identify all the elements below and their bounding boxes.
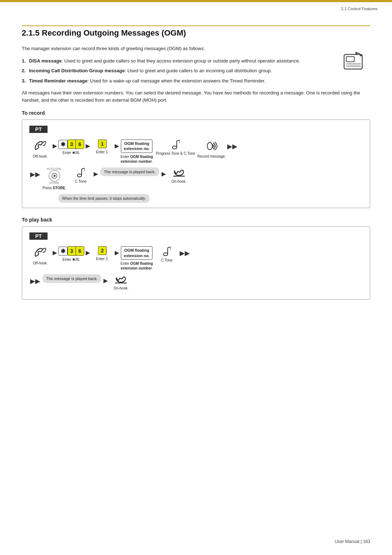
footer: User Manual | 163 (335, 539, 370, 544)
ogm-box-pb: OGM floating extension no. (121, 246, 152, 260)
svg-point-5 (360, 54, 362, 56)
to-record-diagram: PT Off-hook. ▶ ✱ 3 6 (22, 119, 370, 208)
header-section: 2.1 Control Features (341, 7, 377, 11)
arrow-1: ▶ (53, 139, 57, 149)
ctone-note-cell-pb: C.Tone (156, 246, 177, 263)
key-6: 6 (76, 140, 84, 149)
pt-header-record: PT (29, 126, 48, 133)
progress-tone-label: Progress Tone & C.Tone (156, 151, 195, 156)
offhook-label: Off-hook. (33, 154, 48, 159)
offhook-cell-pb: Off-hook. (29, 246, 51, 266)
onhook-cell-record: On-hook. (168, 167, 190, 184)
bullet-3-num: 3. (22, 77, 26, 85)
ctone-label-pb: C.Tone (161, 258, 173, 263)
svg-point-10 (207, 142, 212, 150)
svg-line-8 (177, 140, 180, 141)
key-36-group: 3 6 (68, 139, 84, 149)
bullet-2-num: 2. (22, 67, 26, 74)
ogm-label1: OGM floating (124, 141, 149, 146)
ogm-label2-pb: extension no. (124, 254, 150, 258)
offhook-icon (33, 139, 47, 153)
pt-header-playback: PT (29, 232, 48, 240)
intro-text: The manager extension can record three k… (22, 45, 370, 52)
key-3: 3 (68, 140, 76, 149)
enter-2-label: Enter 2. (96, 256, 109, 261)
ctone-cell: C.Tone (70, 167, 91, 184)
enter-ogm-label: Enter OGM floatingextension number. (121, 154, 153, 164)
arrow-5: ▶ (162, 167, 166, 177)
bullet-2: 2. Incoming Call Distribution Group mess… (22, 67, 370, 74)
double-arrow-pb-1: ▶▶ (180, 246, 190, 257)
double-arrow-2: ▶▶ (30, 167, 40, 178)
svg-point-6 (172, 146, 177, 149)
bullet-1-num: 1. (22, 57, 26, 65)
key-6-pb: 6 (76, 247, 84, 255)
page-title: 2.1.5 Recording Outgoing Messages (OGM) (22, 28, 370, 38)
autodial-svg (51, 173, 58, 179)
bullet-3: 3. Timed Reminder message: Used for a wa… (22, 77, 370, 85)
note-area: When the time limit passes, it stops aut… (58, 194, 363, 203)
bullet-1-bold: DISA message (29, 58, 62, 64)
playback-row-1: Off-hook. ▶ ✱ 3 6 Enter ✱36. ▶ 2 Enter 2… (29, 246, 363, 271)
enter-1-label: Enter 1. (96, 150, 109, 154)
message-balloon-cell: The message is played back. (100, 167, 159, 176)
star-key: ✱ (58, 140, 68, 149)
music-note-icon (172, 139, 180, 150)
store-text: STORE (49, 182, 59, 184)
offhook-icon-pb (33, 246, 47, 259)
arrow-pb-3: ▶ (115, 246, 119, 256)
ogm-box: OGM floating extension no. (121, 139, 152, 153)
message-balloon: The message is played back. (100, 167, 159, 176)
ogm-cell-pb: OGM floating extension no. Enter OGM flo… (121, 246, 153, 271)
all-messages-text: All messages have their own extension nu… (22, 89, 370, 104)
arrow-pb-4: ▶ (103, 274, 108, 284)
star-key-pb: ✱ (58, 247, 68, 256)
ctone-label-record: C.Tone (75, 179, 87, 184)
section-ref: 2.1 Control Features (341, 7, 377, 11)
offhook-label-pb: Off-hook. (33, 261, 48, 266)
onhook-icon (172, 167, 186, 178)
autodial-cell: AUTO DIAL STORE Press STORE. (42, 167, 66, 190)
double-arrow-1: ▶▶ (227, 139, 237, 150)
svg-line-20 (168, 247, 171, 248)
svg-marker-12 (54, 174, 56, 177)
playback-row-2: ▶▶ The message is played back. ▶ On-hook… (29, 274, 363, 291)
to-play-back-diagram: PT Off-hook. ▶ ✱ 3 6 (22, 226, 370, 300)
autodial-icon (49, 170, 60, 182)
key-1: 1 (98, 139, 107, 148)
to-record-title: To record (22, 110, 370, 116)
bullet-list: 1. DISA message: Used to greet and guide… (22, 57, 370, 85)
ctone-note-icon-pb (163, 246, 171, 256)
press-store-label: Press STORE. (42, 186, 66, 190)
offhook-cell: Off-hook. (29, 139, 51, 159)
key-2-cell: 2 Enter 2. (91, 246, 113, 261)
message-balloon-pb: The message is played back. (42, 274, 101, 283)
onhook-label-pb: On-hook. (114, 286, 128, 291)
arrow-4: ▶ (94, 167, 98, 177)
enter-ogm-label-pb: Enter OGM floatingextension number. (121, 261, 153, 271)
key-36-cell-pb: ✱ 3 6 Enter ✱36. (58, 246, 84, 262)
bullet-3-bold: Timed Reminder message (29, 78, 87, 84)
key-36-group-pb: 3 6 (68, 246, 84, 256)
arrow-2: ▶ (86, 139, 90, 149)
record-row-1: Off-hook. ▶ ✱ 3 6 Enter ✱36. ▶ 1 Enter 1… (29, 139, 363, 164)
onhook-label-record: On-hook. (171, 179, 186, 184)
autodial-text-top: AUTO DIAL (47, 167, 62, 170)
arrow-3: ▶ (115, 139, 119, 149)
svg-point-13 (77, 174, 82, 177)
bullet-2-bold: Incoming Call Distribution Group message (29, 68, 125, 73)
bullet-1-rest: : Used to greet and guide callers so tha… (62, 58, 300, 64)
enter-36-label-pb: Enter ✱36. (62, 257, 80, 262)
key-2: 2 (98, 246, 107, 255)
ogm-cell: OGM floating extension no. Enter OGM flo… (121, 139, 153, 164)
onhook-cell-pb: On-hook. (110, 274, 132, 291)
record-row-2: ▶▶ AUTO DIAL STORE Press STORE. (29, 167, 363, 190)
arrow-pb-2: ▶ (86, 246, 90, 256)
bullet-2-rest: : Used to greet and guide callers to an … (125, 68, 272, 73)
top-bar (0, 0, 392, 2)
arrow-pb-1: ▶ (53, 246, 57, 256)
message-balloon-cell-pb: The message is played back. (42, 274, 101, 283)
section-divider (22, 25, 370, 26)
onhook-icon-pb (114, 274, 128, 284)
note-balloon: When the time limit passes, it stops aut… (58, 194, 150, 203)
